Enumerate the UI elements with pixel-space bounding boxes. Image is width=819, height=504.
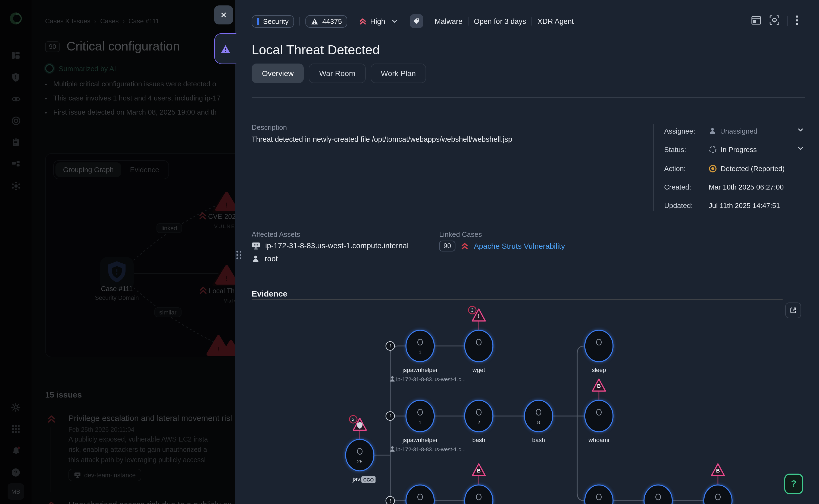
action-value: Detected (Reported) [709,164,785,172]
svg-text:3: 3 [352,417,354,422]
meta-action-row: Action: Detected (Reported) [664,163,807,174]
chevron-down-icon[interactable] [797,144,804,154]
page-dim-overlay [0,0,235,504]
alert-count-icon [311,18,318,25]
updated-value: Jul 11th 2025 14:47:51 [709,201,780,209]
status-select[interactable]: In Progress [709,145,757,153]
created-value: Mar 10th 2025 06:27:00 [709,183,784,191]
description-label: Description [252,123,287,131]
drawer-resize-handle[interactable] [236,251,243,259]
svg-text:CGO: CGO [363,477,374,483]
node-label: bash [532,437,545,443]
process-node[interactable] [585,485,613,504]
host-icon [252,241,260,250]
domain-color-pill [257,18,259,25]
meta-created-row: Created: Mar 10th 2025 06:27:00 [664,181,807,192]
process-node[interactable] [346,439,374,471]
svg-text:B: B [716,468,720,474]
tag-icon [413,17,421,25]
node-label: jspawnhelper [402,437,438,443]
meta-updated-row: Updated: Jul 11th 2025 14:47:51 [664,200,807,211]
user-icon[interactable] [391,376,393,379]
help-button[interactable]: ? [784,474,803,494]
source-label: XDR Agent [538,17,574,25]
node-label: bash [472,437,485,443]
svg-text:B: B [597,383,601,389]
user-icon[interactable] [391,446,393,449]
process-node[interactable] [585,330,613,362]
process-count: 25 [357,459,362,464]
process-node[interactable] [406,330,434,362]
process-node[interactable] [525,400,553,432]
svg-text:i: i [389,413,391,419]
user-icon [252,254,260,263]
case-title: Local Threat Detected [252,42,379,58]
app-root: ? MB Cases & Issues›Cases›Case #111 90 C… [0,0,819,504]
svg-text:!: ! [478,313,480,319]
in-progress-icon [709,145,717,153]
drawer-tabs: Overview War Room Work Plan [252,64,426,83]
chevron-down-icon [391,17,398,25]
node-label: sleep [592,367,606,373]
assignee-select[interactable]: Unassigned [709,127,757,135]
layout-panel-icon[interactable] [751,15,761,27]
process-node[interactable] [644,485,672,504]
case-header-row: Security 44375 High Malware Open for 3 d… [252,15,574,28]
node-label: jspawnhelper [402,367,438,373]
node-host-label: ip-172-31-8-83.us-west-1.c... [396,376,466,382]
domain-badge[interactable]: Security [252,15,294,27]
evidence-graph-svg[interactable]: iii1jspawnhelperip-172-31-8-83.us-west-1… [326,301,819,504]
case-id-badge[interactable]: 44375 [305,15,347,27]
description-text: Threat detected in newly-created file /o… [252,135,512,143]
linked-cases-label: Linked Cases [439,230,482,238]
tab-war-room[interactable]: War Room [309,64,366,83]
chevron-down-icon[interactable] [797,126,804,136]
affected-assets-label: Affected Assets [252,230,300,238]
user-icon [709,127,716,135]
severity-high-icon [460,242,469,250]
process-count: 1 [419,350,422,355]
drawer-alert-side-tab[interactable] [214,33,236,64]
tab-overview[interactable]: Overview [252,64,304,83]
process-node[interactable] [704,485,732,504]
process-node[interactable] [465,485,493,504]
process-node[interactable] [465,400,493,432]
case-age-label: Open for 3 days [474,17,526,25]
svg-text:3: 3 [471,308,473,313]
svg-text:i: i [389,343,391,349]
kebab-menu-icon[interactable] [796,15,798,27]
linked-case-score: 90 [439,241,456,251]
detected-icon [709,164,717,172]
process-count: 2 [478,420,480,425]
node-label: whoami [588,437,609,443]
severity-select[interactable]: High [359,17,398,25]
linked-case-link[interactable]: Apache Struts Vulnerability [474,242,565,250]
linked-case-row[interactable]: 90 Apache Struts Vulnerability [439,241,565,251]
evidence-heading: Evidence [252,289,287,298]
close-drawer-button[interactable]: ✕ [214,5,233,24]
affected-host-row[interactable]: ip-172-31-8-83.us-west-1.compute.interna… [252,241,409,250]
tags-button[interactable] [410,14,424,28]
scan-focus-icon[interactable] [769,15,780,28]
process-count: 1 [419,420,422,425]
process-node[interactable] [585,400,613,432]
process-node[interactable] [406,400,434,432]
meta-assignee-row: Assignee: Unassigned [664,125,807,136]
tab-work-plan[interactable]: Work Plan [370,64,427,83]
severity-high-icon [359,17,367,25]
node-host-label: ip-172-31-8-83.us-west-1.c... [396,446,466,452]
category-label: Malware [435,17,463,25]
node-label: wget [472,367,485,373]
svg-text:i: i [389,498,391,504]
process-count: 8 [537,420,540,425]
meta-status-row: Status: In Progress [664,144,807,155]
process-node[interactable] [465,330,493,362]
graph-edge[interactable] [577,346,585,501]
alert-triangle-icon [220,43,231,54]
svg-text:B: B [477,468,481,474]
case-detail-drawer: Security 44375 High Malware Open for 3 d… [235,0,819,504]
affected-user-row[interactable]: root [252,254,278,263]
process-node[interactable] [406,485,434,504]
